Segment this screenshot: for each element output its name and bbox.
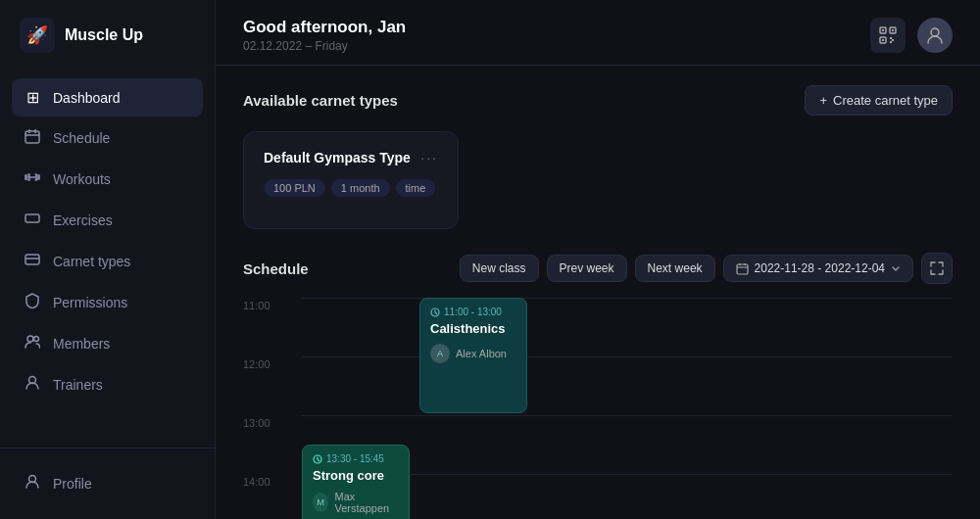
class-title-strong-core: Strong core: [313, 468, 399, 483]
svg-point-4: [34, 337, 39, 342]
header-greeting: Good afternoon, Jan 02.12.2022 – Friday: [243, 18, 406, 53]
sidebar-label-schedule: Schedule: [53, 130, 110, 146]
class-trainer-strong-core: M Max Verstappen: [313, 491, 399, 514]
sidebar-item-exercises[interactable]: Exercises: [12, 201, 203, 240]
carnet-card-header: Default Gympass Type ···: [264, 150, 438, 165]
dashboard-icon: ⊞: [24, 88, 41, 107]
tag-duration: 1 month: [331, 179, 390, 197]
fullscreen-button[interactable]: [921, 253, 953, 284]
svg-rect-11: [892, 29, 894, 31]
profile-icon: [24, 474, 41, 494]
time-slot-12: 12:00: [243, 356, 302, 415]
svg-rect-12: [882, 39, 884, 41]
date-range-label: 2022-11-28 - 2022-12-04: [755, 261, 885, 275]
sidebar-label-carnet-types: Carnet types: [53, 254, 130, 269]
sidebar-label-members: Members: [53, 336, 110, 352]
permissions-icon: [24, 293, 41, 312]
carnet-types-icon: [24, 252, 41, 271]
sidebar-item-workouts[interactable]: Workouts: [12, 160, 203, 199]
trainers-icon: [24, 375, 41, 395]
members-icon: [24, 334, 41, 354]
app-logo: 🚀 Muscle Up: [0, 0, 215, 71]
carnet-section-title: Available carnet types: [243, 92, 398, 109]
trainer-avatar-alex: A: [430, 344, 450, 363]
next-week-button[interactable]: Next week: [635, 255, 715, 282]
schedule-content: 11:00 - 13:00 Calisthenics A Alex Albon: [302, 298, 953, 519]
carnet-tags: 100 PLN 1 month time: [264, 179, 438, 197]
header: Good afternoon, Jan 02.12.2022 – Friday: [216, 0, 980, 66]
sidebar: 🚀 Muscle Up ⊞ Dashboard Schedule Workout…: [0, 0, 216, 519]
logo-icon: 🚀: [20, 18, 55, 53]
sidebar-item-carnet-types[interactable]: Carnet types: [12, 242, 203, 281]
schedule-grid: 11:00 12:00 13:00 14:00 15:00: [243, 298, 953, 519]
schedule-controls: New class Prev week Next week 2022-11-28…: [460, 253, 953, 284]
svg-rect-0: [25, 131, 39, 143]
tag-type: time: [396, 179, 436, 197]
svg-rect-2: [25, 255, 39, 264]
create-carnet-button[interactable]: + Create carnet type: [805, 85, 953, 116]
workouts-icon: [24, 169, 41, 189]
trainer-avatar-max: M: [313, 493, 328, 512]
carnet-card-title: Default Gympass Type: [264, 150, 411, 165]
plus-icon: +: [819, 93, 827, 108]
sidebar-label-profile: Profile: [53, 476, 92, 492]
sidebar-label-permissions: Permissions: [53, 295, 127, 310]
schedule-section-title: Schedule: [243, 260, 309, 277]
sidebar-item-permissions[interactable]: Permissions: [12, 283, 203, 322]
user-avatar[interactable]: [917, 18, 953, 53]
schedule-row-11: [302, 298, 953, 356]
prev-week-button[interactable]: Prev week: [547, 255, 627, 282]
tag-price: 100 PLN: [264, 179, 325, 197]
create-carnet-label: Create carnet type: [833, 93, 938, 108]
header-actions: [870, 18, 953, 53]
carnet-card-default: Default Gympass Type ··· 100 PLN 1 month…: [243, 131, 459, 229]
qr-code-button[interactable]: [870, 18, 906, 53]
sidebar-item-dashboard[interactable]: ⊞ Dashboard: [12, 78, 203, 117]
schedule-section-header: Schedule New class Prev week Next week 2…: [243, 253, 953, 284]
time-slot-14: 14:00: [243, 474, 302, 519]
class-trainer-calisthenics: A Alex Albon: [430, 344, 516, 363]
class-card-calisthenics[interactable]: 11:00 - 13:00 Calisthenics A Alex Albon: [419, 298, 527, 413]
svg-point-13: [931, 28, 939, 36]
sidebar-label-trainers: Trainers: [53, 377, 103, 393]
sidebar-label-workouts: Workouts: [53, 171, 111, 187]
sidebar-label-exercises: Exercises: [53, 212, 113, 228]
schedule-row-12: [302, 356, 953, 415]
class-card-strong-core[interactable]: 13:30 - 15:45 Strong core M Max Verstapp…: [302, 445, 410, 519]
sidebar-item-profile[interactable]: Profile: [12, 464, 203, 503]
time-slot-13: 13:00: [243, 415, 302, 474]
schedule-icon: [24, 128, 41, 148]
new-class-button[interactable]: New class: [460, 255, 539, 282]
date-range-button[interactable]: 2022-11-28 - 2022-12-04: [723, 255, 913, 282]
sidebar-label-dashboard: Dashboard: [53, 90, 121, 106]
carnet-section-header: Available carnet types + Create carnet t…: [243, 85, 953, 116]
exercises-icon: [24, 211, 41, 230]
svg-rect-10: [882, 29, 884, 31]
svg-rect-1: [25, 214, 39, 222]
app-name: Muscle Up: [65, 26, 143, 44]
carnet-menu-button[interactable]: ···: [420, 150, 438, 165]
sidebar-item-members[interactable]: Members: [12, 324, 203, 363]
sidebar-item-schedule[interactable]: Schedule: [12, 118, 203, 158]
greeting-text: Good afternoon, Jan: [243, 18, 406, 37]
dashboard-content: Available carnet types + Create carnet t…: [216, 66, 980, 519]
sidebar-nav: ⊞ Dashboard Schedule Workouts: [0, 71, 215, 448]
main-content: Good afternoon, Jan 02.12.2022 – Friday: [216, 0, 980, 519]
header-date: 02.12.2022 – Friday: [243, 39, 406, 53]
class-time-strong-core: 13:30 - 15:45: [313, 453, 399, 464]
class-time-calisthenics: 11:00 - 13:00: [430, 307, 516, 317]
class-title-calisthenics: Calisthenics: [430, 321, 516, 336]
svg-rect-14: [737, 264, 748, 274]
svg-point-3: [27, 336, 33, 342]
sidebar-bottom: Profile: [0, 448, 215, 519]
sidebar-item-trainers[interactable]: Trainers: [12, 365, 203, 404]
time-slot-11: 11:00: [243, 298, 302, 356]
time-column: 11:00 12:00 13:00 14:00 15:00: [243, 298, 302, 519]
